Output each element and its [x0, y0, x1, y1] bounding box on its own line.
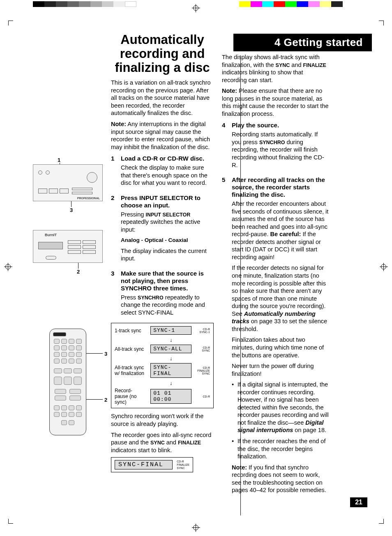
step-1: 1 Load a CD-R or CD-RW disc. Check the d… [111, 155, 214, 190]
page-title: Automatically recording and finalizing a… [111, 33, 214, 75]
post-table-p1: Synchro recording won't work if the sour… [111, 412, 214, 428]
callout-3: 3 [70, 207, 73, 213]
callout-2-remote: 2 [104, 397, 107, 403]
step-3: 3 Make sure that the source is not playi… [111, 270, 214, 320]
page-number: 21 [350, 497, 367, 507]
remote-control [49, 329, 86, 435]
column-middle: Automatically recording and finalizing a… [111, 33, 214, 497]
intro-paragraph: This is a variation on all-track synchro… [111, 79, 214, 117]
bullet-end-of-disc: If the recorder reaches the end of the d… [232, 437, 329, 460]
callout-2: 2 [77, 269, 80, 275]
registration-mark-top [192, 4, 200, 12]
post-table-p2: The recorder goes into all-sync record p… [111, 431, 214, 454]
registration-mark-bottom [192, 524, 200, 532]
color-bar-right [239, 1, 343, 7]
illustration-column: 1 PROFESSIONAL 3 [33, 33, 103, 497]
registration-mark-left [4, 263, 12, 271]
column-right: The display shows all-track sync with fi… [222, 33, 329, 497]
device-front-panel-mid: BurnIT [33, 230, 103, 263]
device-front-panel-top: PROFESSIONAL [33, 164, 103, 201]
final-display: SYNC-FINAL CD-R FINALIZE SYNC [111, 457, 193, 472]
callout-3-remote: 3 [104, 351, 107, 357]
step-5: 5 After recording all tracks on the sour… [222, 176, 329, 497]
chapter-banner: 4 Getting started [233, 34, 372, 51]
color-bar-left [33, 1, 136, 7]
registration-mark-right [380, 263, 388, 271]
crop-mark [379, 519, 384, 524]
sync-mode-table: 1-track sync SYNC-1 CD-RSYNC-1 ↓ All-tra… [111, 323, 214, 408]
step-4: 4 Play the source. Recording starts auto… [222, 122, 329, 172]
crop-mark [8, 519, 13, 524]
crop-mark [8, 21, 13, 25]
intro-note: Note: Any interruptions in the digital i… [111, 120, 214, 151]
bullet-digital-signal: If a digital signal is interrupted, the … [232, 381, 329, 434]
crop-mark [379, 21, 384, 25]
callout-1: 1 [58, 157, 60, 163]
step-2: 2 Press INPUT SELECTOR to choose an inpu… [111, 194, 214, 266]
